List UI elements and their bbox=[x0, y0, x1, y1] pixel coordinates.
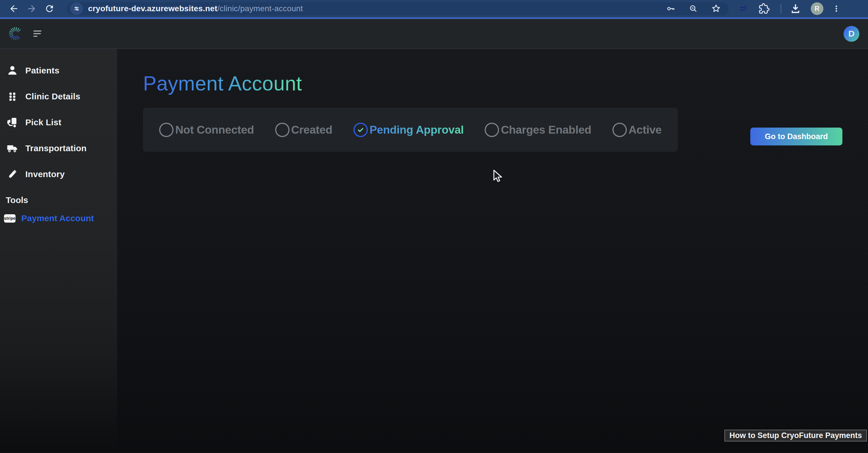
page-title: Payment Account bbox=[143, 72, 302, 95]
test-tube-icon bbox=[6, 169, 19, 180]
bookmark-star-icon[interactable] bbox=[711, 3, 721, 14]
flag-extension-icon[interactable] bbox=[739, 3, 749, 14]
url-domain: cryofuture-dev.azurewebsites.net bbox=[88, 4, 217, 13]
mouse-cursor bbox=[493, 169, 505, 184]
sidebar-item-label: Payment Account bbox=[21, 213, 94, 223]
sidebar-item-label: Patients bbox=[25, 66, 59, 76]
cryofuture-logo-icon[interactable] bbox=[9, 27, 23, 40]
step-created: Created bbox=[275, 123, 332, 137]
kebab-menu-icon[interactable] bbox=[832, 4, 841, 13]
grid-icon bbox=[6, 91, 19, 102]
password-key-icon[interactable] bbox=[666, 4, 676, 13]
video-caption-overlay[interactable]: How to Setup CryoFuture Payments bbox=[724, 430, 867, 442]
download-icon[interactable] bbox=[790, 3, 801, 14]
toolbar-separator bbox=[780, 4, 781, 13]
sidebar-section-tools: Tools bbox=[6, 195, 117, 205]
forklift-icon bbox=[6, 116, 19, 128]
sidebar-item-transportation[interactable]: Transportation bbox=[0, 135, 117, 161]
truck-icon bbox=[6, 142, 19, 154]
browser-profile-avatar[interactable]: R bbox=[811, 2, 824, 15]
hamburger-menu-icon[interactable] bbox=[33, 29, 42, 38]
step-radio-icon bbox=[275, 123, 289, 137]
sidebar-item-payment-account[interactable]: stripe Payment Account bbox=[0, 208, 117, 229]
sidebar-item-pick-list[interactable]: Pick List bbox=[0, 110, 117, 135]
person-icon bbox=[6, 65, 19, 76]
step-not-connected: Not Connected bbox=[159, 123, 254, 137]
site-settings-icon[interactable] bbox=[70, 2, 83, 15]
sidebar-item-inventory[interactable]: Inventory bbox=[0, 161, 117, 187]
address-bar[interactable]: cryofuture-dev.azurewebsites.net/clinic/… bbox=[67, 2, 729, 15]
step-radio-icon bbox=[613, 123, 627, 137]
sidebar: Patients Clinic Details bbox=[0, 49, 117, 452]
url-text[interactable]: cryofuture-dev.azurewebsites.net/clinic/… bbox=[88, 4, 303, 13]
zoom-out-icon[interactable] bbox=[688, 4, 698, 13]
url-path: /clinic/payment-account bbox=[217, 4, 303, 13]
extensions-puzzle-icon[interactable] bbox=[758, 3, 770, 14]
screen: cryofuture-dev.azurewebsites.net/clinic/… bbox=[0, 0, 868, 453]
sidebar-item-label: Transportation bbox=[25, 144, 87, 153]
step-check-icon bbox=[353, 123, 368, 137]
sidebar-item-label: Inventory bbox=[25, 169, 65, 179]
main-content: Payment Account Not Connected Created bbox=[117, 49, 868, 452]
payment-status-stepper: Not Connected Created Pending Approval bbox=[143, 108, 678, 152]
stripe-icon: stripe bbox=[4, 214, 16, 222]
step-charges-enabled: Charges Enabled bbox=[485, 123, 591, 137]
user-avatar[interactable]: D bbox=[843, 26, 859, 42]
app-header: D bbox=[0, 19, 868, 49]
sidebar-item-label: Clinic Details bbox=[25, 92, 80, 101]
sidebar-item-clinic-details[interactable]: Clinic Details bbox=[0, 84, 117, 110]
step-active: Active bbox=[613, 123, 662, 137]
sidebar-item-label: Pick List bbox=[25, 118, 61, 127]
step-pending-approval: Pending Approval bbox=[353, 123, 464, 137]
chrome-toolbar-right: R bbox=[739, 2, 841, 15]
reload-icon[interactable] bbox=[44, 3, 55, 14]
forward-icon[interactable] bbox=[27, 3, 37, 14]
step-radio-icon bbox=[485, 123, 499, 137]
browser-chrome: cryofuture-dev.azurewebsites.net/clinic/… bbox=[0, 0, 868, 17]
back-icon[interactable] bbox=[9, 3, 19, 14]
go-to-dashboard-button[interactable]: Go to Dashboard bbox=[750, 128, 842, 145]
step-radio-icon bbox=[159, 123, 174, 137]
sidebar-item-patients[interactable]: Patients bbox=[0, 58, 117, 84]
